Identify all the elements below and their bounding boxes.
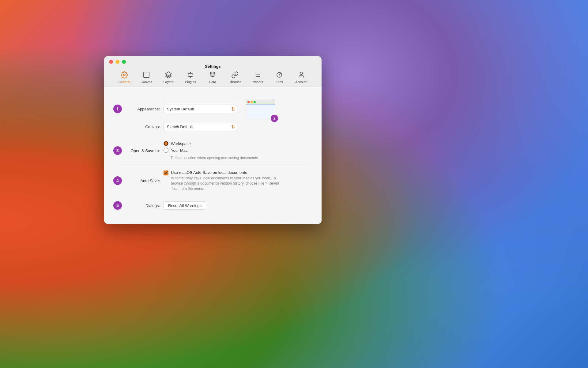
maximize-button[interactable]: [122, 60, 126, 64]
tab-canvas-label: Canvas: [141, 80, 152, 84]
tab-general[interactable]: General: [113, 69, 135, 86]
badge-3: 3: [113, 146, 122, 155]
tab-libraries-label: Libraries: [228, 80, 241, 84]
preview-titlebar: [246, 99, 275, 105]
appearance-label: Appearance:: [126, 107, 160, 111]
canvas-icon: [142, 71, 151, 79]
tab-data-label: Data: [209, 80, 216, 84]
window-titlebar: Settings General: [104, 56, 322, 86]
mac-option[interactable]: Your Mac: [164, 148, 259, 153]
preview-maximize: [254, 101, 256, 103]
badge-4: 4: [113, 176, 122, 185]
tab-labs[interactable]: Labs: [268, 69, 290, 86]
tab-account-label: Account: [295, 80, 307, 84]
preview-close: [247, 101, 250, 103]
svg-rect-3: [189, 73, 192, 76]
minimize-button[interactable]: [115, 60, 119, 64]
tab-layers-label: Layers: [163, 80, 173, 84]
workspace-label: Workspace: [171, 141, 191, 146]
tab-plugins[interactable]: Plugins: [179, 69, 202, 86]
appearance-section: 1 Appearance: System Default Light Dark …: [113, 94, 312, 136]
labs-icon: [275, 71, 284, 79]
svg-point-16: [281, 73, 281, 74]
window-title: Settings: [109, 64, 317, 69]
auto-save-checkbox-row: Use macOS Auto Save on local documents A…: [164, 170, 287, 191]
tab-presets[interactable]: Presets: [246, 69, 268, 86]
auto-save-section: 4 Auto Save: Use macOS Auto Save on loca…: [113, 165, 312, 196]
close-button[interactable]: [109, 60, 113, 64]
tab-data[interactable]: Data: [202, 69, 224, 86]
open-save-row: 3 Open & Save to: Workspace Your Mac Def…: [113, 141, 312, 160]
open-save-label: Open & Save to:: [126, 148, 160, 153]
appearance-select-wrapper: System Default Light Dark ⇅: [164, 105, 237, 113]
badge-2: 2: [271, 115, 278, 122]
tab-canvas[interactable]: Canvas: [135, 69, 157, 86]
auto-save-helper: Automatically save local documents to yo…: [171, 176, 287, 191]
open-save-options: Workspace Your Mac Default location when…: [164, 141, 259, 160]
auto-save-label: Auto Save:: [126, 178, 160, 183]
workspace-radio[interactable]: [164, 141, 168, 146]
appearance-preview: [246, 99, 275, 119]
tab-presets-label: Presets: [251, 80, 263, 84]
settings-content: 1 Appearance: System Default Light Dark …: [104, 86, 322, 224]
svg-point-5: [192, 73, 192, 74]
tab-labs-label: Labs: [276, 80, 283, 84]
dialogs-row: 5 Dialogs: Reset All Warnings: [113, 201, 312, 210]
open-save-section: 3 Open & Save to: Workspace Your Mac Def…: [113, 136, 312, 165]
mac-label: Your Mac: [171, 148, 187, 153]
gear-icon: [120, 71, 129, 79]
reset-warnings-button[interactable]: Reset All Warnings: [164, 201, 206, 210]
toolbar: General Canvas: [109, 67, 317, 86]
svg-point-7: [192, 76, 192, 77]
auto-save-checkbox-label: Use macOS Auto Save on local documents: [171, 170, 287, 175]
dialogs-section: 5 Dialogs: Reset All Warnings: [113, 196, 312, 215]
svg-point-17: [300, 72, 303, 75]
badge-5: 5: [113, 201, 122, 210]
svg-point-0: [123, 74, 125, 76]
auto-save-row: 4 Auto Save: Use macOS Auto Save on loca…: [113, 170, 312, 191]
canvas-label: Canvas:: [126, 125, 160, 129]
tab-layers[interactable]: Layers: [157, 69, 179, 86]
svg-point-4: [189, 73, 189, 74]
svg-point-8: [210, 72, 215, 74]
preview-minimize: [251, 101, 253, 103]
appearance-row: 1 Appearance: System Default Light Dark …: [113, 99, 312, 119]
svg-point-6: [189, 76, 189, 77]
libraries-icon: [231, 71, 239, 79]
settings-window: Settings General: [104, 56, 322, 224]
tab-libraries[interactable]: Libraries: [224, 69, 246, 86]
auto-save-content: Use macOS Auto Save on local documents A…: [171, 170, 287, 191]
tab-general-label: General: [118, 80, 130, 84]
appearance-select[interactable]: System Default Light Dark: [164, 105, 237, 113]
auto-save-checkbox[interactable]: [164, 171, 168, 175]
badge-1: 1: [113, 105, 122, 113]
workspace-option[interactable]: Workspace: [164, 141, 259, 146]
open-save-helper: Default location when opening and saving…: [171, 156, 259, 160]
plugins-icon: [186, 71, 195, 79]
canvas-row: Canvas: Sketch Default Light Dark ⇅: [126, 123, 312, 131]
canvas-select[interactable]: Sketch Default Light Dark: [164, 123, 237, 131]
window-controls: [109, 60, 317, 64]
data-icon: [208, 71, 217, 79]
account-icon: [297, 71, 306, 79]
layers-icon: [164, 71, 173, 79]
tab-plugins-label: Plugins: [185, 80, 196, 84]
tab-account[interactable]: Account: [290, 69, 312, 86]
presets-icon: [253, 71, 262, 79]
mac-radio[interactable]: [164, 148, 168, 153]
dialogs-label: Dialogs:: [126, 203, 160, 208]
canvas-select-wrapper: Sketch Default Light Dark ⇅: [164, 123, 237, 131]
svg-rect-1: [144, 72, 149, 78]
preview-body: [246, 105, 275, 119]
